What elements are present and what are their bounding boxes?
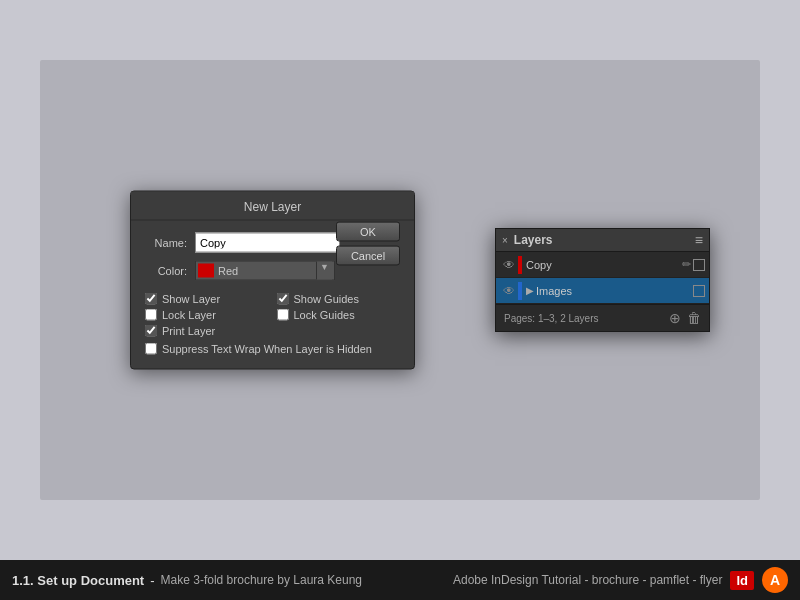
suppress-label: Suppress Text Wrap When Layer is Hidden <box>162 343 372 355</box>
panel-title-left: × Layers <box>502 233 553 247</box>
pen-icon-copy: ✏ <box>682 258 691 271</box>
print-layer-checkbox[interactable]: Print Layer <box>145 325 269 337</box>
show-layer-label: Show Layer <box>162 293 220 305</box>
sq-icon-images <box>693 285 705 297</box>
ok-button[interactable]: OK <box>336 222 400 242</box>
eye-icon-copy[interactable]: 👁 <box>500 256 518 274</box>
suppress-row[interactable]: Suppress Text Wrap When Layer is Hidden <box>145 343 400 355</box>
lock-guides-checkbox[interactable]: Lock Guides <box>277 309 401 321</box>
panel-footer: Pages: 1–3, 2 Layers ⊕ 🗑 <box>496 304 709 331</box>
layer-row-copy[interactable]: 👁 Copy ✏ <box>496 252 709 278</box>
layers-panel: × Layers ≡ 👁 Copy ✏ 👁 ▶ Images <box>495 228 710 332</box>
lock-layer-input[interactable] <box>145 309 157 321</box>
name-input[interactable] <box>195 233 340 253</box>
layer-row-images[interactable]: 👁 ▶ Images <box>496 278 709 304</box>
dialog-title-bar: New Layer <box>131 192 414 221</box>
lock-guides-input[interactable] <box>277 309 289 321</box>
bottom-right: Adobe InDesign Tutorial - brochure - pam… <box>453 567 788 593</box>
panel-title-text: Layers <box>514 233 553 247</box>
show-guides-checkbox[interactable]: Show Guides <box>277 293 401 305</box>
layer-name-copy: Copy <box>526 259 680 271</box>
section-label: 1.1. Set up Document <box>12 573 144 588</box>
bottom-dash: - <box>150 573 154 588</box>
dialog-title: New Layer <box>244 200 301 214</box>
color-swatch <box>198 264 214 278</box>
checkbox-section: Show Layer Show Guides Lock Layer Lock G… <box>145 293 400 337</box>
new-layer-icon[interactable]: ⊕ <box>669 310 681 326</box>
eye-icon-images[interactable]: 👁 <box>500 282 518 300</box>
dialog-buttons: OK Cancel <box>336 222 400 266</box>
name-label: Name: <box>145 237 187 249</box>
suppress-input[interactable] <box>145 343 157 355</box>
show-layer-input[interactable] <box>145 293 157 305</box>
color-dropdown-arrow[interactable]: ▼ <box>316 262 332 280</box>
color-label: Color: <box>145 265 187 277</box>
sq-icon-copy <box>693 259 705 271</box>
workspace: New Layer OK Cancel Name: Color: <box>40 60 760 500</box>
lock-layer-checkbox[interactable]: Lock Layer <box>145 309 269 321</box>
print-layer-input[interactable] <box>145 325 157 337</box>
cancel-button[interactable]: Cancel <box>336 246 400 266</box>
print-layer-label: Print Layer <box>162 325 215 337</box>
bottom-left: 1.1. Set up Document - Make 3-fold broch… <box>12 573 362 588</box>
panel-close-icon[interactable]: × <box>502 235 508 246</box>
color-text: Red <box>218 265 316 277</box>
lock-layer-label: Lock Layer <box>162 309 216 321</box>
bottom-bar: 1.1. Set up Document - Make 3-fold broch… <box>0 560 800 600</box>
bottom-right-text: Adobe InDesign Tutorial - brochure - pam… <box>453 573 722 587</box>
panel-title-bar: × Layers ≡ <box>496 229 709 252</box>
new-layer-dialog: New Layer OK Cancel Name: Color: <box>130 191 415 370</box>
layer-name-images: Images <box>536 285 691 297</box>
layer-color-images <box>518 282 522 300</box>
layer-color-copy <box>518 256 522 274</box>
show-guides-input[interactable] <box>277 293 289 305</box>
bottom-subtitle: Make 3-fold brochure by Laura Keung <box>161 573 362 587</box>
panel-menu-icon[interactable]: ≡ <box>695 232 703 248</box>
color-input-wrapper[interactable]: Red ▼ <box>195 261 335 281</box>
show-guides-label: Show Guides <box>294 293 359 305</box>
lock-guides-label: Lock Guides <box>294 309 355 321</box>
adobe-icon: A <box>762 567 788 593</box>
panel-footer-text: Pages: 1–3, 2 Layers <box>504 313 599 324</box>
expand-icon-images[interactable]: ▶ <box>526 285 534 296</box>
main-area: New Layer OK Cancel Name: Color: <box>0 0 800 560</box>
id-badge: Id <box>730 571 754 590</box>
dialog-body: OK Cancel Name: Color: Red ▼ <box>131 221 414 369</box>
show-layer-checkbox[interactable]: Show Layer <box>145 293 269 305</box>
panel-footer-icons: ⊕ 🗑 <box>669 310 701 326</box>
delete-layer-icon[interactable]: 🗑 <box>687 310 701 326</box>
